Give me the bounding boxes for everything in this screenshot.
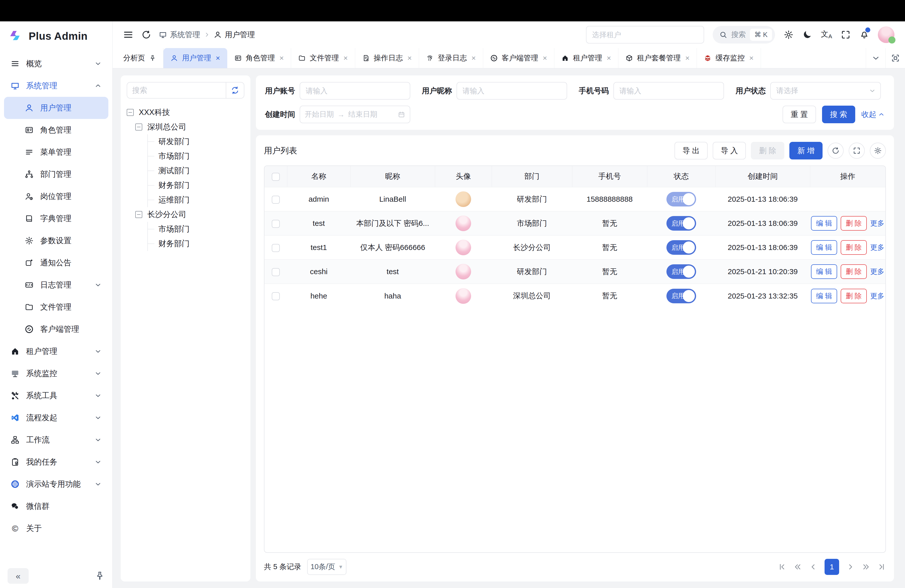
edit-button[interactable]: 编 辑 <box>811 264 837 279</box>
row-checkbox[interactable] <box>272 268 280 276</box>
breadcrumb-system[interactable]: 系统管理 <box>159 30 200 40</box>
delete-row-button[interactable]: 删 除 <box>841 264 867 279</box>
sidebar-item-notice[interactable]: 通知公告 <box>4 252 108 274</box>
fullscreen-icon[interactable] <box>841 30 851 40</box>
sidebar-item-tenant-management[interactable]: 租户管理 <box>4 340 108 362</box>
close-icon[interactable]: × <box>408 54 412 62</box>
tab-login-log[interactable]: 登录日志 × <box>419 48 483 68</box>
notifications-bell[interactable] <box>859 29 869 41</box>
tab-tenant-management[interactable]: 租户管理 × <box>554 48 618 68</box>
sidebar-item-overview[interactable]: 概览 <box>4 52 108 75</box>
gear-icon[interactable] <box>784 30 794 40</box>
tree-node-dept[interactable]: 研发部门 <box>148 134 245 149</box>
close-icon[interactable]: × <box>607 54 611 62</box>
page-size-select[interactable]: 10条/页 ▼ <box>307 559 346 575</box>
add-button[interactable]: 新 增 <box>789 142 822 159</box>
tab-role-management[interactable]: 角色管理 × <box>227 48 291 68</box>
current-page[interactable]: 1 <box>824 559 839 575</box>
close-icon[interactable]: × <box>543 54 547 62</box>
last-page-icon[interactable] <box>877 563 886 571</box>
tree-node-dept[interactable]: 测试部门 <box>148 164 245 178</box>
tree-node-company[interactable]: 深圳总公司 <box>135 120 245 134</box>
tab-operation-log[interactable]: 操作日志 × <box>355 48 419 68</box>
delete-row-button[interactable]: 删 除 <box>841 240 867 255</box>
tree-node-company[interactable]: 长沙分公司 <box>135 207 245 222</box>
tree-node-dept[interactable]: 市场部门 <box>148 149 245 164</box>
sidebar-item-client-management[interactable]: 客户端管理 <box>4 318 108 340</box>
sidebar-item-department-management[interactable]: 部门管理 <box>4 163 108 185</box>
sidebar-item-file-management[interactable]: 文件管理 <box>4 296 108 318</box>
sidebar-item-menu-management[interactable]: 菜单管理 <box>4 141 108 163</box>
sidebar-item-process-start[interactable]: 流程发起 <box>4 407 108 429</box>
sidebar-item-workflow[interactable]: 工作流 <box>4 429 108 451</box>
tab-user-management[interactable]: 用户管理 × <box>164 48 227 68</box>
prev-jump-icon[interactable] <box>793 563 802 571</box>
sidebar-item-user-management[interactable]: 用户管理 <box>4 97 108 119</box>
sidebar-item-about[interactable]: © 关于 <box>4 517 108 539</box>
more-link[interactable]: 更多 <box>870 219 884 228</box>
edit-button[interactable]: 编 辑 <box>811 216 837 230</box>
export-button[interactable]: 导 出 <box>675 142 708 159</box>
tab-client-management[interactable]: 客户端管理 × <box>483 48 554 68</box>
dark-mode-moon-icon[interactable] <box>802 30 812 40</box>
tree-search-input[interactable] <box>127 86 226 95</box>
sidebar-item-log-management[interactable]: 日志管理 <box>4 274 108 296</box>
tree-node-dept[interactable]: 市场部门 <box>148 222 245 237</box>
status-toggle[interactable]: 启用 <box>667 264 696 279</box>
tab-file-management[interactable]: 文件管理 × <box>291 48 355 68</box>
global-search[interactable]: 搜索 ⌘ K <box>713 26 775 43</box>
pin-icon[interactable] <box>149 54 156 62</box>
table-fullscreen-button[interactable] <box>849 143 865 159</box>
collapse-filters-link[interactable]: 收起 <box>861 110 885 120</box>
sidebar-item-demo-features[interactable]: 演示站专用功能 <box>4 473 108 495</box>
close-icon[interactable]: × <box>472 54 476 62</box>
user-avatar[interactable] <box>878 26 894 43</box>
tree-node-dept[interactable]: 财务部门 <box>148 237 245 251</box>
close-icon[interactable]: × <box>216 54 220 62</box>
sidebar-item-system-monitor[interactable]: 系统监控 <box>4 362 108 385</box>
tab-analysis[interactable]: 分析页 <box>116 48 164 68</box>
nickname-input[interactable] <box>457 82 567 100</box>
account-input[interactable] <box>300 82 410 100</box>
next-page-icon[interactable] <box>846 563 855 571</box>
edit-button[interactable]: 编 辑 <box>811 240 837 255</box>
table-settings-button[interactable] <box>870 143 886 159</box>
delete-button[interactable]: 删 除 <box>751 142 784 159</box>
sidebar-item-system-management[interactable]: 系统管理 <box>4 75 108 97</box>
sidebar-item-role-management[interactable]: 角色管理 <box>4 119 108 141</box>
content-fullscreen-button[interactable] <box>885 48 905 68</box>
select-all-checkbox[interactable] <box>272 173 280 181</box>
status-toggle[interactable]: 启用 <box>667 289 696 303</box>
sidebar-item-wechat-group[interactable]: 微信群 <box>4 495 108 517</box>
prev-page-icon[interactable] <box>809 563 818 571</box>
translate-icon[interactable]: 文A <box>821 30 832 39</box>
delete-row-button[interactable]: 删 除 <box>841 289 867 303</box>
edit-button[interactable]: 编 辑 <box>811 289 837 303</box>
status-toggle[interactable]: 启用 <box>667 240 696 255</box>
more-link[interactable]: 更多 <box>870 291 884 301</box>
refresh-icon[interactable] <box>141 30 151 40</box>
pin-icon[interactable] <box>95 571 105 581</box>
search-button[interactable]: 搜 索 <box>822 106 855 123</box>
row-checkbox[interactable] <box>272 292 280 300</box>
import-button[interactable]: 导 入 <box>713 142 746 159</box>
close-icon[interactable]: × <box>279 54 284 62</box>
sidebar-item-my-tasks[interactable]: 我的任务 <box>4 451 108 473</box>
row-checkbox[interactable] <box>272 220 280 228</box>
close-icon[interactable]: × <box>343 54 348 62</box>
table-refresh-button[interactable] <box>827 143 844 159</box>
collapse-expander-icon[interactable] <box>127 109 134 116</box>
tenant-select-input[interactable] <box>586 26 704 43</box>
sidebar-collapse-button[interactable]: « <box>8 568 29 584</box>
status-toggle[interactable]: 启用 <box>667 216 696 230</box>
row-checkbox[interactable] <box>272 244 280 252</box>
tab-tenant-package-management[interactable]: 租户套餐管理 × <box>618 48 697 68</box>
first-page-icon[interactable] <box>778 563 786 571</box>
more-link[interactable]: 更多 <box>870 243 884 252</box>
phone-input[interactable] <box>613 82 724 100</box>
status-select[interactable]: 请选择 <box>770 82 881 100</box>
status-toggle[interactable]: 启用 <box>667 192 696 207</box>
delete-row-button[interactable]: 删 除 <box>841 216 867 230</box>
sidebar-item-post-management[interactable]: 岗位管理 <box>4 185 108 208</box>
tree-node-dept[interactable]: 运维部门 <box>148 193 245 207</box>
